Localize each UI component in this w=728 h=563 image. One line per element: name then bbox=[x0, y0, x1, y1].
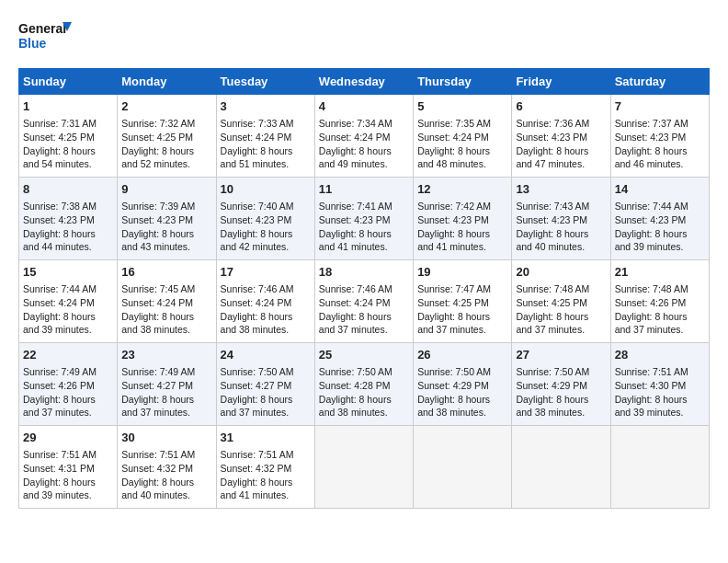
daylight: Daylight: 8 hours and 37 minutes. bbox=[221, 394, 293, 419]
calendar-cell: 23Sunrise: 7:49 AMSunset: 4:27 PMDayligh… bbox=[118, 343, 216, 426]
daylight: Daylight: 8 hours and 38 minutes. bbox=[121, 311, 194, 336]
sunset: Sunset: 4:23 PM bbox=[23, 214, 95, 225]
sunrise: Sunrise: 7:34 AM bbox=[319, 118, 392, 129]
sunset: Sunset: 4:23 PM bbox=[417, 214, 489, 225]
sunset: Sunset: 4:25 PM bbox=[121, 132, 193, 143]
sunset: Sunset: 4:25 PM bbox=[516, 297, 587, 308]
day-number: 15 bbox=[23, 264, 113, 281]
sunrise: Sunrise: 7:51 AM bbox=[615, 366, 688, 377]
sunset: Sunset: 4:25 PM bbox=[23, 132, 95, 143]
sunset: Sunset: 4:26 PM bbox=[23, 380, 95, 391]
logo-svg: General Blue bbox=[18, 18, 74, 59]
daylight: Daylight: 8 hours and 39 minutes. bbox=[615, 394, 688, 419]
sunrise: Sunrise: 7:51 AM bbox=[23, 449, 97, 460]
daylight: Daylight: 8 hours and 38 minutes. bbox=[417, 394, 490, 419]
calendar-week-1: 1Sunrise: 7:31 AMSunset: 4:25 PMDaylight… bbox=[19, 95, 710, 178]
day-number: 18 bbox=[319, 264, 409, 281]
sunrise: Sunrise: 7:48 AM bbox=[615, 283, 688, 294]
daylight: Daylight: 8 hours and 39 minutes. bbox=[615, 228, 688, 253]
daylight: Daylight: 8 hours and 38 minutes. bbox=[319, 394, 392, 419]
page-header: General Blue bbox=[18, 18, 710, 59]
sunset: Sunset: 4:26 PM bbox=[615, 297, 687, 308]
calendar-cell: 21Sunrise: 7:48 AMSunset: 4:26 PMDayligh… bbox=[610, 260, 709, 343]
day-number: 14 bbox=[615, 181, 705, 198]
calendar-cell: 7Sunrise: 7:37 AMSunset: 4:23 PMDaylight… bbox=[610, 95, 709, 178]
calendar-cell: 31Sunrise: 7:51 AMSunset: 4:32 PMDayligh… bbox=[216, 426, 314, 509]
daylight: Daylight: 8 hours and 37 minutes. bbox=[121, 394, 194, 419]
sunrise: Sunrise: 7:40 AM bbox=[221, 201, 294, 212]
sunset: Sunset: 4:24 PM bbox=[221, 297, 292, 308]
calendar-cell: 29Sunrise: 7:51 AMSunset: 4:31 PMDayligh… bbox=[19, 426, 118, 509]
day-number: 4 bbox=[319, 98, 409, 115]
col-header-thursday: Thursday bbox=[414, 69, 512, 95]
calendar-week-2: 8Sunrise: 7:38 AMSunset: 4:23 PMDaylight… bbox=[19, 178, 710, 260]
day-number: 19 bbox=[417, 264, 507, 281]
sunset: Sunset: 4:24 PM bbox=[121, 297, 193, 308]
daylight: Daylight: 8 hours and 51 minutes. bbox=[221, 145, 293, 170]
sunset: Sunset: 4:23 PM bbox=[516, 214, 587, 225]
day-number: 22 bbox=[23, 347, 113, 363]
daylight: Daylight: 8 hours and 39 minutes. bbox=[23, 311, 96, 336]
calendar-cell bbox=[314, 426, 413, 509]
daylight: Daylight: 8 hours and 41 minutes. bbox=[319, 228, 392, 253]
day-number: 28 bbox=[615, 347, 705, 363]
sunset: Sunset: 4:30 PM bbox=[615, 380, 687, 391]
sunrise: Sunrise: 7:33 AM bbox=[221, 118, 294, 129]
sunset: Sunset: 4:25 PM bbox=[417, 297, 489, 308]
calendar-header: SundayMondayTuesdayWednesdayThursdayFrid… bbox=[19, 69, 710, 95]
col-header-monday: Monday bbox=[118, 69, 216, 95]
calendar-cell: 18Sunrise: 7:46 AMSunset: 4:24 PMDayligh… bbox=[314, 260, 413, 343]
sunset: Sunset: 4:24 PM bbox=[319, 297, 391, 308]
sunset: Sunset: 4:31 PM bbox=[23, 463, 95, 474]
calendar-cell bbox=[610, 426, 709, 509]
day-number: 10 bbox=[221, 181, 311, 198]
sunset: Sunset: 4:24 PM bbox=[221, 132, 292, 143]
svg-text:General: General bbox=[18, 21, 66, 36]
calendar-cell: 19Sunrise: 7:47 AMSunset: 4:25 PMDayligh… bbox=[414, 260, 512, 343]
sunrise: Sunrise: 7:48 AM bbox=[516, 283, 589, 294]
daylight: Daylight: 8 hours and 41 minutes. bbox=[221, 477, 293, 501]
calendar-cell: 14Sunrise: 7:44 AMSunset: 4:23 PMDayligh… bbox=[610, 178, 709, 260]
day-number: 5 bbox=[417, 98, 507, 115]
day-number: 23 bbox=[121, 347, 211, 363]
sunset: Sunset: 4:32 PM bbox=[121, 463, 193, 474]
daylight: Daylight: 8 hours and 44 minutes. bbox=[23, 228, 96, 253]
sunrise: Sunrise: 7:44 AM bbox=[23, 283, 97, 294]
day-number: 21 bbox=[615, 264, 705, 281]
calendar-cell: 17Sunrise: 7:46 AMSunset: 4:24 PMDayligh… bbox=[216, 260, 314, 343]
sunset: Sunset: 4:23 PM bbox=[516, 132, 587, 143]
daylight: Daylight: 8 hours and 38 minutes. bbox=[221, 311, 293, 336]
daylight: Daylight: 8 hours and 52 minutes. bbox=[121, 145, 194, 170]
calendar-cell: 2Sunrise: 7:32 AMSunset: 4:25 PMDaylight… bbox=[118, 95, 216, 178]
calendar-week-5: 29Sunrise: 7:51 AMSunset: 4:31 PMDayligh… bbox=[19, 426, 710, 509]
calendar-cell: 10Sunrise: 7:40 AMSunset: 4:23 PMDayligh… bbox=[216, 178, 314, 260]
day-number: 25 bbox=[319, 347, 409, 363]
calendar-cell: 11Sunrise: 7:41 AMSunset: 4:23 PMDayligh… bbox=[314, 178, 413, 260]
day-number: 12 bbox=[417, 181, 507, 198]
daylight: Daylight: 8 hours and 37 minutes. bbox=[417, 311, 490, 336]
daylight: Daylight: 8 hours and 54 minutes. bbox=[23, 145, 96, 170]
sunrise: Sunrise: 7:32 AM bbox=[121, 118, 195, 129]
sunrise: Sunrise: 7:50 AM bbox=[417, 366, 491, 377]
daylight: Daylight: 8 hours and 47 minutes. bbox=[516, 145, 588, 170]
sunrise: Sunrise: 7:50 AM bbox=[221, 366, 294, 377]
sunrise: Sunrise: 7:50 AM bbox=[319, 366, 392, 377]
sunrise: Sunrise: 7:47 AM bbox=[417, 283, 491, 294]
calendar-cell: 9Sunrise: 7:39 AMSunset: 4:23 PMDaylight… bbox=[118, 178, 216, 260]
day-number: 6 bbox=[516, 98, 606, 115]
sunset: Sunset: 4:24 PM bbox=[417, 132, 489, 143]
col-header-friday: Friday bbox=[512, 69, 610, 95]
sunrise: Sunrise: 7:31 AM bbox=[23, 118, 97, 129]
sunset: Sunset: 4:23 PM bbox=[221, 214, 292, 225]
calendar-cell: 16Sunrise: 7:45 AMSunset: 4:24 PMDayligh… bbox=[118, 260, 216, 343]
sunrise: Sunrise: 7:45 AM bbox=[121, 283, 195, 294]
calendar-cell: 27Sunrise: 7:50 AMSunset: 4:29 PMDayligh… bbox=[512, 343, 610, 426]
calendar-cell: 24Sunrise: 7:50 AMSunset: 4:27 PMDayligh… bbox=[216, 343, 314, 426]
sunset: Sunset: 4:27 PM bbox=[121, 380, 193, 391]
daylight: Daylight: 8 hours and 37 minutes. bbox=[23, 394, 96, 419]
sunrise: Sunrise: 7:35 AM bbox=[417, 118, 491, 129]
sunset: Sunset: 4:23 PM bbox=[121, 214, 193, 225]
daylight: Daylight: 8 hours and 40 minutes. bbox=[516, 228, 588, 253]
sunrise: Sunrise: 7:36 AM bbox=[516, 118, 589, 129]
sunset: Sunset: 4:23 PM bbox=[615, 214, 687, 225]
